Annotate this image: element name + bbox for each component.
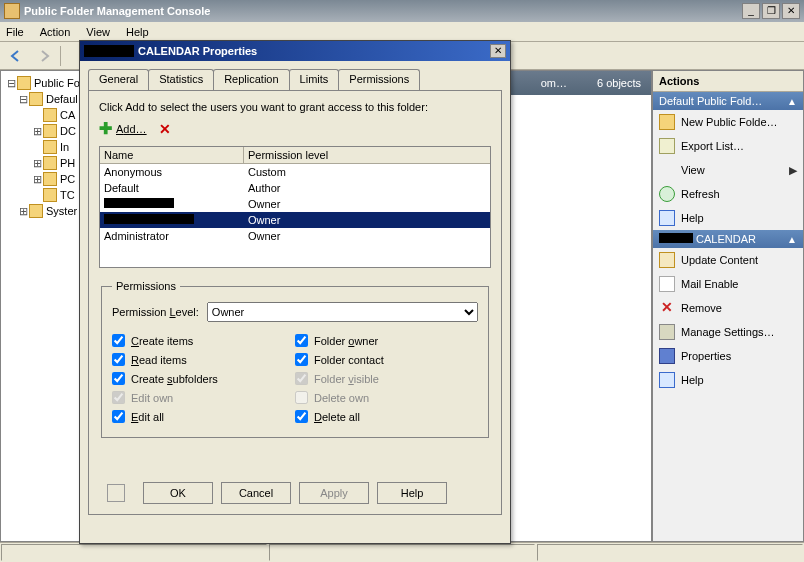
action-export-list[interactable]: Export List… xyxy=(653,134,803,158)
checkbox-edit-all[interactable]: Edit all xyxy=(112,410,295,423)
mail-icon xyxy=(659,276,675,292)
tab-permissions[interactable]: Permissions xyxy=(338,69,420,90)
permissions-legend: Permissions xyxy=(112,280,180,292)
action-properties[interactable]: Properties xyxy=(653,344,803,368)
action-update-content[interactable]: Update Content xyxy=(653,248,803,272)
checkbox-create-items[interactable]: Create items xyxy=(112,334,295,347)
action-help[interactable]: Help xyxy=(653,368,803,392)
restore-button[interactable]: ❐ xyxy=(762,3,780,19)
checkbox-delete-all[interactable]: Delete all xyxy=(295,410,478,423)
help-icon xyxy=(659,372,675,388)
checkbox-folder-owner[interactable]: Folder owner xyxy=(295,334,478,347)
plus-icon: ✚ xyxy=(99,119,112,138)
action-remove[interactable]: ✕Remove xyxy=(653,296,803,320)
folder-icon xyxy=(659,114,675,130)
dialog-title: CALENDAR Properties xyxy=(138,45,257,57)
list-header: Name Permission level xyxy=(100,147,490,164)
help-button[interactable]: Help xyxy=(377,482,447,504)
tab-strip: General Statistics Replication Limits Pe… xyxy=(88,69,502,90)
checkbox-folder-contact[interactable]: Folder contact xyxy=(295,353,478,366)
list-row[interactable]: AdministratorOwner xyxy=(100,228,490,244)
delete-button[interactable]: ✕ xyxy=(159,121,171,137)
column-name[interactable]: Name xyxy=(100,147,244,163)
gear-icon xyxy=(659,324,675,340)
redacted-text xyxy=(84,45,134,57)
dialog-titlebar[interactable]: CALENDAR Properties ✕ xyxy=(80,41,510,61)
menu-view[interactable]: View xyxy=(86,26,110,38)
chevron-right-icon: ▶ xyxy=(789,164,797,177)
list-row[interactable]: Owner xyxy=(100,212,490,228)
checkbox-edit-own: Edit own xyxy=(112,391,295,404)
actions-pane: Actions Default Public Fold…▲ New Public… xyxy=(652,70,804,542)
tab-limits[interactable]: Limits xyxy=(289,69,340,90)
add-button[interactable]: Add… xyxy=(116,123,147,135)
checkbox-delete-own: Delete own xyxy=(295,391,478,404)
menu-file[interactable]: File xyxy=(6,26,24,38)
apply-button[interactable]: Apply xyxy=(299,482,369,504)
list-row[interactable]: AnonymousCustom xyxy=(100,164,490,180)
tab-general[interactable]: General xyxy=(88,69,149,90)
object-count: 6 objects xyxy=(597,77,641,89)
update-icon xyxy=(659,252,675,268)
permission-level-select[interactable]: Owner xyxy=(207,302,478,322)
forward-button[interactable] xyxy=(32,44,56,68)
list-row[interactable]: Owner xyxy=(100,196,490,212)
tab-replication[interactable]: Replication xyxy=(213,69,289,90)
checkbox-read-items[interactable]: Read items xyxy=(112,353,295,366)
checkbox-create-subfolders[interactable]: Create subfolders xyxy=(112,372,295,385)
menu-help[interactable]: Help xyxy=(126,26,149,38)
close-button[interactable]: ✕ xyxy=(782,3,800,19)
action-new-public-folder[interactable]: New Public Folde… xyxy=(653,110,803,134)
help-icon xyxy=(659,210,675,226)
action-refresh[interactable]: Refresh xyxy=(653,182,803,206)
app-title: Public Folder Management Console xyxy=(24,5,210,17)
dialog-close-button[interactable]: ✕ xyxy=(490,44,506,58)
action-help[interactable]: Help xyxy=(653,206,803,230)
permission-level-label: Permission Level: xyxy=(112,306,199,318)
properties-icon xyxy=(659,348,675,364)
checkbox-folder-visible: Folder visible xyxy=(295,372,478,385)
menu-action[interactable]: Action xyxy=(40,26,71,38)
minimize-button[interactable]: _ xyxy=(742,3,760,19)
properties-dialog: CALENDAR Properties ✕ General Statistics… xyxy=(79,40,511,544)
dialog-buttons: OK Cancel Apply Help xyxy=(89,482,501,504)
action-view[interactable]: View▶ xyxy=(653,158,803,182)
list-row[interactable]: DefaultAuthor xyxy=(100,180,490,196)
action-mail-enable[interactable]: Mail Enable xyxy=(653,272,803,296)
back-button[interactable] xyxy=(4,44,28,68)
collapse-icon: ▲ xyxy=(787,96,797,107)
action-section-calendar[interactable]: CALENDAR▲ xyxy=(653,230,803,248)
app-titlebar: Public Folder Management Console _ ❐ ✕ xyxy=(0,0,804,22)
user-list[interactable]: Name Permission level AnonymousCustomDef… xyxy=(99,146,491,268)
list-icon xyxy=(659,138,675,154)
action-manage-settings[interactable]: Manage Settings… xyxy=(653,320,803,344)
menubar: File Action View Help xyxy=(0,22,804,42)
permissions-group: Permissions Permission Level: Owner Crea… xyxy=(101,280,489,438)
remove-icon: ✕ xyxy=(659,300,675,316)
tab-statistics[interactable]: Statistics xyxy=(148,69,214,90)
window-controls: _ ❐ ✕ xyxy=(742,3,800,19)
instruction-text: Click Add to select the users you want t… xyxy=(99,101,491,113)
collapse-icon: ▲ xyxy=(787,234,797,245)
statusbar xyxy=(0,542,804,562)
ok-button[interactable]: OK xyxy=(143,482,213,504)
action-section-default[interactable]: Default Public Fold…▲ xyxy=(653,92,803,110)
column-permission[interactable]: Permission level xyxy=(244,147,490,163)
refresh-icon xyxy=(659,186,675,202)
tab-body: Click Add to select the users you want t… xyxy=(88,90,502,515)
cancel-button[interactable]: Cancel xyxy=(221,482,291,504)
app-icon xyxy=(4,3,20,19)
actions-header: Actions xyxy=(653,71,803,92)
blank-icon xyxy=(659,162,675,178)
header-path: om… xyxy=(541,77,567,89)
